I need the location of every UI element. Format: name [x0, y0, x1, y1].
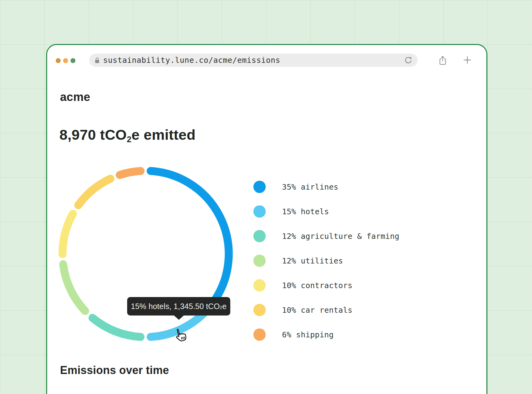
plus-icon: [462, 61, 472, 66]
donut-segment-shipping[interactable]: [120, 171, 140, 175]
tooltip-pointer: [174, 315, 184, 320]
legend-dot: [253, 255, 266, 267]
legend-item-contractors: 10% contractors: [253, 273, 399, 298]
url-text: sustainability.lune.co/acme/emissions: [103, 56, 280, 65]
lock-icon: [94, 57, 100, 64]
donut-segment-agriculture-farming[interactable]: [93, 318, 141, 337]
chart-legend: 35% airlines15% hotels12% agriculture & …: [253, 175, 399, 347]
donut-segment-airlines[interactable]: [151, 171, 229, 299]
legend-dot: [253, 205, 266, 218]
browser-window: sustainability.lune.co/acme/emissions ac…: [46, 44, 487, 394]
window-control-zoom[interactable]: [71, 58, 75, 63]
legend-label: 6% shipping: [282, 330, 334, 339]
legend-item-shipping: 6% shipping: [253, 322, 399, 347]
legend-label: 10% contractors: [282, 281, 353, 290]
legend-item-utilities: 12% utilities: [253, 248, 399, 273]
new-tab-button[interactable]: [462, 55, 472, 65]
emissions-over-time-heading: Emissions over time: [60, 364, 169, 377]
donut-segment-car-rentals[interactable]: [78, 179, 110, 205]
page-background: { "colors": { "window_border": "#157d36"…: [0, 0, 532, 394]
legend-label: 12% agriculture & farming: [282, 232, 399, 241]
donut-segment-utilities[interactable]: [63, 264, 85, 311]
company-title: acme: [60, 90, 90, 104]
legend-dot: [253, 181, 266, 193]
share-button[interactable]: [438, 55, 448, 65]
legend-label: 10% car rentals: [282, 306, 353, 315]
window-control-minimize[interactable]: [63, 58, 68, 63]
window-control-close[interactable]: [56, 58, 61, 63]
legend-label: 12% utilities: [282, 256, 343, 265]
address-bar[interactable]: sustainability.lune.co/acme/emissions: [89, 54, 417, 67]
legend-item-car-rentals: 10% car rentals: [253, 298, 399, 322]
donut-segment-contractors[interactable]: [62, 214, 73, 254]
legend-dot: [253, 328, 266, 341]
legend-dot: [253, 279, 266, 291]
legend-dot: [253, 304, 266, 316]
legend-label: 15% hotels: [282, 207, 329, 216]
share-icon: [438, 61, 448, 66]
emissions-donut-chart: [55, 163, 236, 345]
legend-label: 35% airlines: [282, 183, 338, 191]
reload-button[interactable]: [404, 55, 413, 65]
legend-dot: [253, 230, 266, 242]
legend-item-airlines: 35% airlines: [253, 175, 399, 199]
legend-item-hotels: 15% hotels: [253, 199, 399, 224]
window-controls: [56, 58, 75, 63]
cursor-icon: [173, 328, 188, 344]
total-emissions-heading: 8,970 tCO2e emitted: [59, 126, 195, 143]
legend-item-agriculture-farming: 12% agriculture & farming: [253, 224, 399, 248]
chart-tooltip: 15% hotels, 1,345.50 tCO2e: [127, 297, 230, 316]
